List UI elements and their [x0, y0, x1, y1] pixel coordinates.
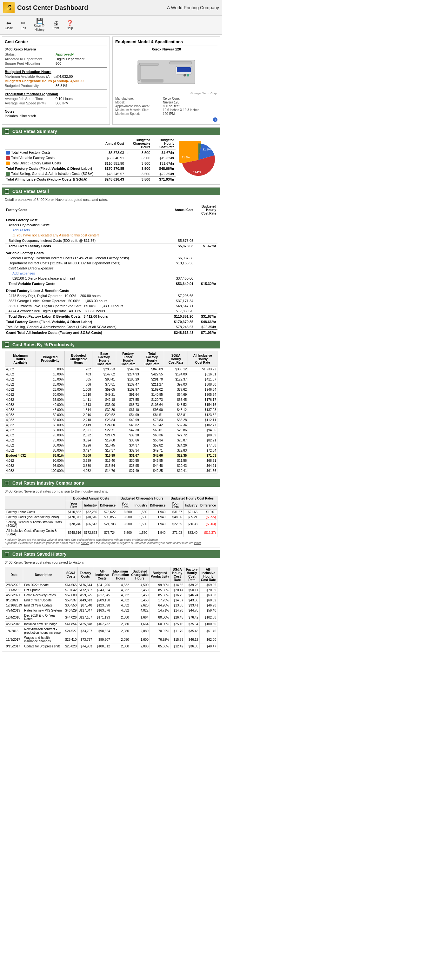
green-dot-icon	[6, 172, 10, 176]
add-expenses-row: Add Expenses	[5, 271, 218, 276]
print-button[interactable]: 🖨 Print	[49, 19, 62, 31]
save-icon: 💾	[36, 18, 43, 24]
prod-col-charged: BudgetedChargeableHours	[65, 351, 92, 367]
history-table-row: 11/9/2017 Wages and health insurance cha…	[5, 635, 218, 644]
blue-dot-icon	[6, 151, 10, 154]
speed-row: Maximum Speed: 120 IPM	[115, 112, 218, 116]
add-assets-link[interactable]: Add Assets	[13, 228, 30, 232]
employee-row-4774: 4774 Alexander Bell, Digital Operator 40…	[5, 309, 218, 314]
history-table: Date Description SG&ACosts FactoryCosts …	[5, 567, 218, 649]
fixed-factory-header: Fixed Factory Cost	[5, 216, 218, 223]
prod-table-row: 4,032 80.00% 3,226 $18.45 $34.37 $52.82 …	[5, 443, 218, 448]
prod-table-row: 4,032 65.00% 2,621 $22.71 $42.30 $65.01 …	[5, 428, 218, 433]
prod-table-row: 4,032 75.00% 3,024 $19.68 $36.66 $56.34 …	[5, 438, 218, 443]
table-row: Total Variable Factory Costs $53,640.91 …	[5, 155, 175, 161]
ind-col-desc	[5, 496, 65, 510]
add-expenses-link[interactable]: Add Expenses	[13, 271, 35, 275]
general-overhead-row: General Factory Overhead Indirect Costs …	[5, 256, 218, 261]
productivity-row: Budgeted Productivity 86.81%	[5, 84, 107, 88]
help-button[interactable]: ❓ Help	[64, 19, 76, 31]
print-icon: 🖨	[53, 20, 59, 26]
prod-col-hours: MaximumHoursAvailable	[5, 351, 36, 367]
svg-text:44.6%: 44.6%	[193, 170, 201, 173]
productivity-table: MaximumHoursAvailable BudgetedProductivi…	[5, 351, 218, 474]
prod-table-row: 4,032 70.00% 2,822 $21.09 $39.28 $60.36 …	[5, 433, 218, 438]
prod-table-row: 4,032 45.00% 1,814 $32.80 $61.10 $93.90 …	[5, 407, 218, 412]
svg-point-6	[183, 74, 186, 76]
prod-table-row: 4,032 10.00% 403 $147.62 $274.93 $422.55…	[5, 372, 218, 377]
prod-col-labor: FactoryLaborHourlyCost Rate	[116, 351, 140, 367]
history-table-row: 12/4/2018 Dec 2018 End Of Year Rates $44…	[5, 613, 218, 622]
detail-table: Factory Costs Annual Cost BudgetedHourly…	[5, 204, 218, 335]
company-name: A World Printing Company	[167, 5, 219, 10]
red-dot-icon	[6, 156, 10, 160]
prod-col-factory: TotalFactoryHourlyCost Rate	[140, 351, 164, 367]
prod-table-row: 4,032 90.00% 3,629 $16.40 $30.55 $46.95 …	[5, 458, 218, 463]
building-occupancy-row: Building Occupancy Indirect Costs (500 s…	[5, 238, 218, 243]
history-table-row: 12/16/2019 End Of Year Update $35,550 $8…	[5, 603, 218, 608]
prod-col-sga: SG&AHourlyCost Rate	[164, 351, 188, 367]
model-row: Model: Nuvera 120	[115, 100, 218, 104]
ind-col-hourly-header: Budgeted Hourly Cost Rates	[167, 496, 218, 501]
industry-comparisons-section: Cost Rates Industry Comparisons 3400 Xer…	[2, 479, 220, 547]
history-table-row: 10/13/2021 Oct Update $70,642 $172,882 $…	[5, 588, 218, 593]
prod-table-row: 4,032 30.00% 1,210 $49.21 $91.64 $140.85…	[5, 392, 218, 397]
svg-rect-5	[177, 67, 191, 72]
app-header: 🖨 Cost Center Dashboard A World Printing…	[0, 0, 222, 16]
detail-col-annual: Annual Cost	[166, 204, 194, 216]
history-table-row: 1/4/2018 New Amazon contract - productio…	[5, 627, 218, 635]
table-row-total-factory: Total Factory Costs (Fixed, Variable, & …	[5, 166, 175, 171]
equipment-panel: Equipment Model & Specifications Xerox N…	[112, 37, 220, 125]
table-row: Total Direct Factory Labor Costs $110,85…	[5, 161, 175, 166]
history-table-row: 8/3/2021 End of Year Update $59,537 $149…	[5, 598, 218, 603]
edit-button[interactable]: ✏ Edit	[17, 19, 30, 31]
col-header-spacer1	[126, 138, 130, 150]
ind-col-hours-header: Budgeted Chargeable Hours	[117, 496, 167, 501]
employee-row-3587: 3587 George Hinkle, Xerox Operator 50.00…	[5, 298, 218, 303]
prod-col-all: All-InclusiveHourlyCost Rate	[188, 351, 218, 367]
svg-text:31.5%: 31.5%	[181, 156, 190, 159]
info-circle-icon[interactable]: i	[213, 118, 218, 122]
svg-text:21.6%: 21.6%	[202, 148, 211, 151]
run-speed-row: Average Run Speed (IPM) 300 IPM	[5, 101, 107, 105]
budgeted-hours-row: Budgeted Chargeable Hours (Annual) ▸ 3,5…	[5, 79, 107, 83]
col-header-spacer2	[151, 138, 156, 150]
col-header-desc	[5, 138, 102, 150]
svg-rect-1	[141, 79, 163, 82]
industry-footnote: * Industry figures are the median value …	[5, 538, 218, 544]
printer-svg	[135, 54, 198, 89]
svg-rect-2	[139, 63, 158, 66]
save-to-history-button[interactable]: 💾 Save ToHistory	[31, 17, 48, 33]
equipment-image	[115, 54, 218, 89]
table-row-grand-total: Total All-Inclusive Costs (Factory Costs…	[5, 177, 175, 182]
industry-comparisons-title: Cost Rates Industry Comparisons	[2, 479, 220, 487]
sqft-row: Square Feet Allocation 500	[5, 62, 107, 65]
max-hours-row: Maximum Available Hours (Annual) 4,032.0…	[5, 75, 107, 78]
prod-col-base: BaseFactoryHourlyCost Rate	[92, 351, 116, 367]
total-direct-labor-row: Total Direct Factory Labor & Benefits Co…	[5, 314, 218, 319]
equipment-details: Manufacture: Xerox Corp. Model: Nuvera 1…	[115, 97, 218, 116]
prod-table-row: 4,032 55.00% 2,218 $26.84 $49.99 $76.83 …	[5, 418, 218, 423]
prod-table-row: 4,032 85.00% 3,427 $17.37 $32.34 $49.71 …	[5, 448, 218, 453]
header-left: 🖨 Cost Center Dashboard	[3, 2, 88, 13]
close-button[interactable]: ⬅ Close	[2, 19, 16, 31]
main-content: Cost Center 3400 Xerox Nuvera Status: Ap…	[0, 35, 222, 656]
prod-col-prod: BudgetedProductivity	[36, 351, 65, 367]
grand-total-row: Grand Total All-Inclusive Costs (Factory…	[5, 330, 218, 335]
total-factory-costs-row: Total Factory Costs (Fixed, Variable, & …	[5, 319, 218, 325]
prod-table-row: 4,032 15.00% 605 $98.41 $183.29 $281.70 …	[5, 377, 218, 382]
col-header-annual: Annual Cost	[102, 138, 126, 150]
notes-value: Includes inline stitch	[5, 114, 107, 118]
prod-table-row: 4,032 40.00% 1,613 $36.90 $68.73 $105.64…	[5, 402, 218, 407]
svg-rect-3	[170, 62, 192, 64]
top-section: Cost Center 3400 Xerox Nuvera Status: Ap…	[2, 37, 220, 125]
notes-title: Notes	[5, 110, 107, 113]
history-table-row: 4/26/2018 Installed new HP indigo $41,85…	[5, 622, 218, 627]
detail-col-hourly: BudgetedHourlyCost Rate	[194, 204, 218, 216]
save-label: Save ToHistory	[34, 24, 45, 32]
cost-rates-summary-section: Cost Rates Summary Annual Cost BudgetedC…	[2, 127, 220, 185]
cost-rates-productivity-section: Cost Rates By % Productivity MaximumHour…	[2, 340, 220, 476]
green-square-icon5	[5, 552, 9, 556]
help-icon: ❓	[66, 20, 73, 26]
copyright-note: ©Image: Xerox Corp.	[115, 92, 218, 95]
